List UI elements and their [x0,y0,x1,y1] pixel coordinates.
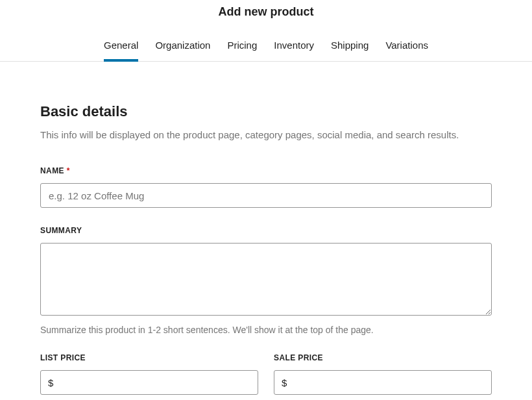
field-name-group: NAME * [40,166,492,208]
list-price-wrap: $ [40,370,258,395]
sale-price-currency: $ [282,377,287,388]
section-title: Basic details [40,103,492,120]
required-indicator: * [67,166,70,175]
summary-textarea[interactable] [40,243,492,316]
name-label-text: NAME [40,166,64,175]
list-price-input[interactable] [40,370,258,395]
header: Add new product [0,0,532,19]
sale-price-input[interactable] [274,370,492,395]
tab-shipping[interactable]: Shipping [331,40,369,61]
summary-label: SUMMARY [40,226,492,235]
field-summary-group: SUMMARY Summarize this product in 1-2 sh… [40,226,492,335]
tab-variations[interactable]: Variations [385,40,428,61]
name-input[interactable] [40,183,492,208]
tab-general[interactable]: General [104,40,138,61]
sale-price-label: SALE PRICE [274,353,492,362]
list-price-label: LIST PRICE [40,353,258,362]
price-row: LIST PRICE $ SALE PRICE $ [40,353,492,395]
tab-organization[interactable]: Organization [155,40,210,61]
tab-pricing[interactable]: Pricing [227,40,257,61]
list-price-group: LIST PRICE $ [40,353,258,395]
sale-price-group: SALE PRICE $ [274,353,492,395]
list-price-currency: $ [48,377,53,388]
section-description: This info will be displayed on the produ… [40,129,492,140]
sale-price-wrap: $ [274,370,492,395]
content: Basic details This info will be displaye… [0,62,532,395]
tabs-nav: General Organization Pricing Inventory S… [0,40,532,62]
tab-inventory[interactable]: Inventory [274,40,314,61]
summary-help-text: Summarize this product in 1-2 short sent… [40,325,492,335]
name-label: NAME * [40,166,492,175]
page-title: Add new product [0,5,532,19]
